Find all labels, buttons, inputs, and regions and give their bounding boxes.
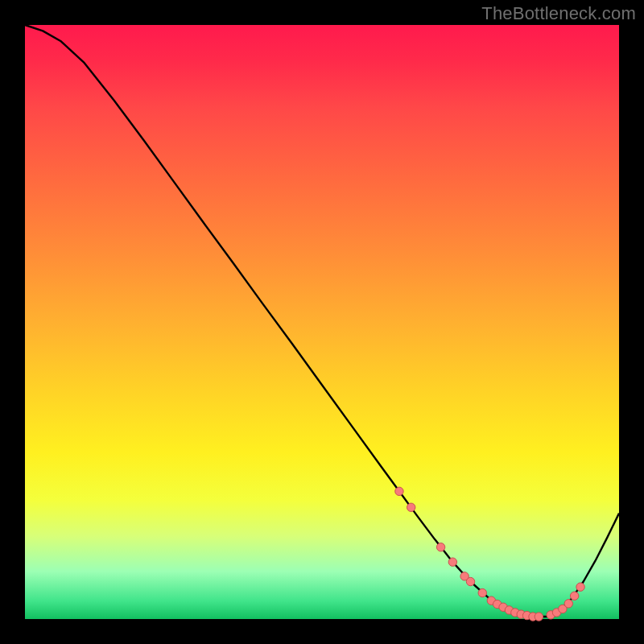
watermark-text: TheBottleneck.com bbox=[481, 3, 636, 24]
chart-frame: TheBottleneck.com bbox=[0, 0, 644, 644]
data-marker bbox=[564, 600, 572, 608]
data-marker bbox=[576, 583, 584, 591]
data-markers bbox=[395, 487, 584, 621]
bottleneck-curve-svg bbox=[25, 25, 619, 619]
data-marker bbox=[448, 558, 456, 566]
data-marker bbox=[395, 487, 403, 495]
data-marker bbox=[535, 613, 543, 621]
data-marker bbox=[570, 592, 578, 600]
data-marker bbox=[436, 543, 444, 551]
data-marker bbox=[466, 577, 474, 585]
data-marker bbox=[407, 503, 415, 511]
data-marker bbox=[478, 588, 486, 597]
plot-area bbox=[25, 25, 619, 619]
bottleneck-curve bbox=[25, 25, 619, 617]
